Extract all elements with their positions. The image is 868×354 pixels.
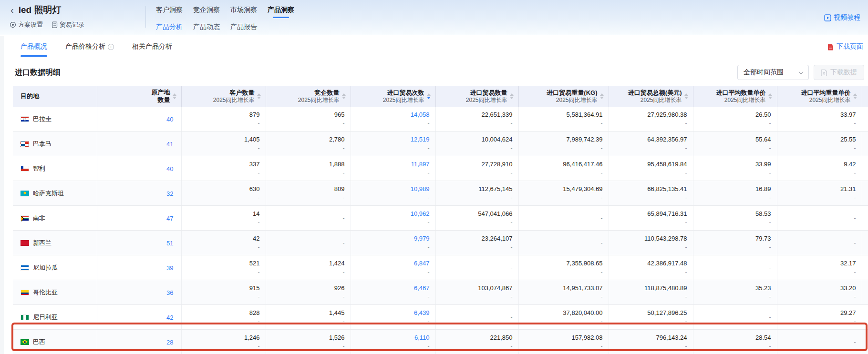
col-header-import_trade_qty[interactable]: 进口贸易数量2025同比增长率 (435, 86, 518, 107)
metric-cell-avg_weight_unit_price: 25.55- (777, 131, 862, 156)
sort-icon[interactable] (684, 93, 688, 99)
scheme-settings-label: 方案设置 (18, 20, 43, 29)
growth-value: - (343, 194, 345, 201)
col-header-avg_qty_unit_price[interactable]: 进口平均数量单价2025同比增长率 (693, 86, 777, 107)
metric-value: 95,458,619.84 (647, 161, 687, 168)
sort-icon[interactable] (257, 93, 261, 99)
metric-cell-import_trade_amount: 65,894,716.31- (609, 206, 693, 231)
col-header-avg_weight_unit_price[interactable]: 进口平均重量单价2025同比增长率 (777, 86, 862, 107)
col-header-sublabel: 2025同比增长率 (801, 97, 851, 104)
origin-count-link[interactable]: 40 (166, 165, 173, 172)
destination-cell: 新西兰 (13, 231, 97, 255)
sort-icon[interactable] (342, 93, 346, 99)
col-header-origin_count[interactable]: 原产地数量 (97, 86, 181, 107)
trade-count-link[interactable]: 6,439 (414, 309, 430, 317)
trade-count-link[interactable]: 6,467 (414, 284, 430, 292)
growth-value: - (343, 145, 345, 152)
metric-value: 96,416,417.46 (563, 161, 602, 168)
country-flag-icon (21, 314, 29, 320)
metric-cell-import_trade_amount: 66,825,135.41- (609, 181, 693, 206)
sort-icon[interactable] (768, 93, 772, 99)
col-header-import_trade_weight[interactable]: 进口贸易重量(KG)2025同比增长率 (518, 86, 609, 107)
sort-icon[interactable] (427, 93, 431, 99)
metric-cell-import_trade_qty: 10,004,624- (435, 131, 518, 156)
col-header-import_trade_amount[interactable]: 进口贸易总额(美元)2025同比增长率 (609, 86, 693, 107)
col-header-customer_count[interactable]: 客户数量2025同比增长率 (181, 86, 266, 107)
sort-icon[interactable] (173, 93, 176, 99)
metric-value: 35.23 (755, 284, 771, 292)
country-name: 哥伦比亚 (33, 288, 58, 297)
growth-value: - (769, 244, 771, 251)
nav-market-insight[interactable]: 市场洞察 (230, 6, 257, 16)
growth-value: - (511, 194, 513, 201)
table-row: 巴拉圭40879-965-14,058-22,651,339-5,581,364… (13, 107, 868, 131)
tab-product-overview[interactable]: 产品概况 (21, 35, 47, 58)
metric-value: 21.31 (840, 185, 856, 193)
growth-value: - (854, 170, 856, 176)
metric-value: 7,989,742.39 (567, 136, 603, 143)
trade-count-link[interactable]: 6,110 (414, 334, 430, 342)
origin-count-link[interactable]: 41 (166, 141, 173, 148)
col-header-label: 进口贸易次数 (383, 89, 424, 97)
metric-value: 1,888 (329, 161, 345, 168)
origin-count-link[interactable]: 47 (166, 215, 173, 222)
metric-cell-import_trade_count: 6,847- (351, 255, 435, 280)
metric-value: 29.27 (840, 309, 856, 317)
back-button[interactable]: ‹ (10, 5, 15, 15)
origin-count-link[interactable]: 42 (166, 314, 173, 321)
trade-count-link[interactable]: 14,058 (411, 111, 430, 119)
trade-count-link[interactable]: 11,897 (411, 161, 430, 168)
trade-count-link[interactable]: 9,979 (414, 235, 430, 243)
tab-related-analysis[interactable]: 相关产品分析 (132, 35, 172, 58)
metric-value: 809 (334, 185, 345, 193)
metric-value: 1,424 (329, 260, 345, 267)
download-page-link[interactable]: 下载页面 (827, 42, 863, 51)
origin-count-link[interactable]: 32 (166, 190, 173, 197)
video-tutorial-link[interactable]: 视频教程 (824, 13, 860, 22)
origin-count-link[interactable]: 51 (166, 240, 173, 247)
table-row: 哈萨克斯坦32630-809-10,989-112,675,145-15,479… (13, 181, 868, 206)
tab-price-analysis[interactable]: 产品价格分析 (65, 35, 114, 58)
table-row: 智利40337-1,888-11,897-27,728,910-96,416,4… (13, 156, 868, 181)
nav-product-insight[interactable]: 产品洞察 (268, 6, 294, 16)
trade-count-link[interactable]: 10,962 (411, 210, 430, 218)
sort-icon[interactable] (600, 93, 604, 99)
trade-count-link[interactable]: 12,519 (411, 136, 430, 143)
trade-records-button[interactable]: 贸易记录 (52, 20, 84, 29)
metric-value: 65,894,716.31 (647, 210, 687, 218)
origin-count-link[interactable]: 39 (166, 264, 173, 272)
metric-value: 14 (253, 210, 259, 218)
metric-value: 10,004,624 (481, 136, 512, 143)
metric-cell-avg_qty_unit_price: 33.99- (693, 156, 777, 181)
growth-value: - (428, 145, 430, 152)
growth-value: - (685, 343, 687, 350)
section-title: 进口数据明细 (15, 68, 61, 78)
subnav-product-dynamics[interactable]: 产品动态 (193, 23, 220, 31)
scheme-settings-button[interactable]: 方案设置 (10, 20, 43, 29)
play-icon (824, 14, 831, 21)
trade-count-link[interactable]: 10,989 (411, 185, 430, 193)
growth-value: - (258, 194, 260, 201)
col-header-competitor_count[interactable]: 竞企数量2025同比增长率 (266, 86, 351, 107)
trade-count-link[interactable]: 6,847 (414, 260, 430, 267)
nav-customer-insight[interactable]: 客户洞察 (156, 6, 183, 16)
metric-value: 27,925,980.38 (647, 111, 687, 119)
metric-cell-avg_weight_unit_price: 29.27- (777, 305, 862, 330)
origin-count-link[interactable]: 28 (166, 339, 173, 346)
nav-competitor-insight[interactable]: 竞企洞察 (193, 6, 220, 16)
col-header-import_trade_count[interactable]: 进口贸易次数2025同比增长率 (351, 86, 435, 107)
sort-icon[interactable] (510, 93, 514, 99)
origin-count-link[interactable]: 40 (166, 116, 173, 123)
metric-cell-competitor_count: 1,445- (266, 305, 351, 330)
growth-value: - (428, 170, 430, 176)
time-range-select[interactable]: 全部时间范围 (737, 65, 809, 80)
subnav-product-analysis[interactable]: 产品分析 (156, 23, 183, 31)
download-data-button[interactable]: 下载数据 (814, 65, 864, 80)
metric-cell-import_trade_weight: 7,989,742.39- (518, 131, 609, 156)
metric-cell-avg_qty_unit_price: 79.73- (693, 231, 777, 255)
subnav-product-report[interactable]: 产品报告 (230, 23, 257, 31)
destination-cell: 尼加拉瓜 (13, 255, 97, 280)
sort-icon[interactable] (853, 93, 857, 99)
growth-value: - (685, 244, 687, 251)
origin-count-link[interactable]: 36 (166, 289, 173, 296)
